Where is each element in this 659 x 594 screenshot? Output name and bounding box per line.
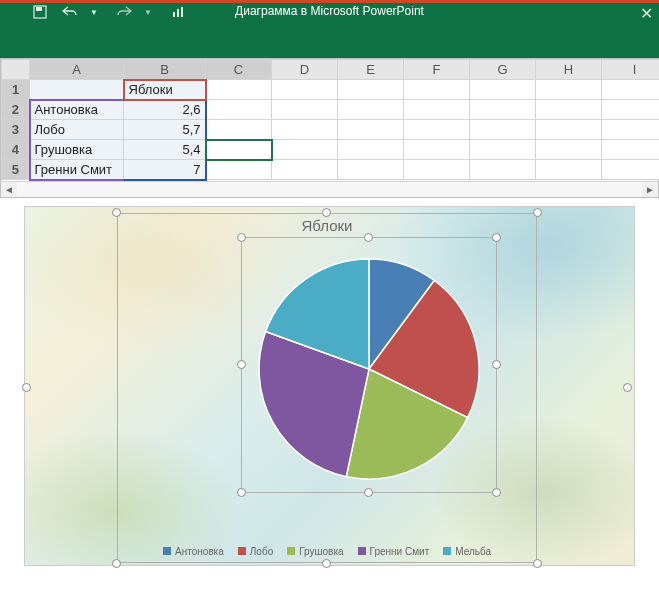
cell-B3[interactable]: 5,7 — [124, 120, 206, 140]
horizontal-scrollbar[interactable]: ◄ ► — [1, 181, 658, 197]
col-header[interactable]: I — [602, 60, 660, 80]
resize-handle[interactable] — [623, 383, 632, 392]
cell[interactable] — [404, 120, 470, 140]
save-icon[interactable] — [30, 2, 50, 22]
row-header[interactable]: 2 — [2, 100, 30, 120]
row-header[interactable]: 4 — [2, 140, 30, 160]
cell[interactable] — [272, 140, 338, 160]
cell[interactable] — [470, 140, 536, 160]
cell[interactable] — [338, 80, 404, 100]
row-header[interactable]: 1 — [2, 80, 30, 100]
legend-item[interactable]: Лобо — [238, 546, 273, 557]
cell[interactable] — [206, 120, 272, 140]
cell-A1[interactable] — [30, 80, 124, 100]
cell-B2[interactable]: 2,6 — [124, 100, 206, 120]
resize-handle[interactable] — [533, 208, 542, 217]
resize-handle[interactable] — [492, 360, 501, 369]
cell[interactable] — [470, 80, 536, 100]
cell-B1[interactable]: Яблоки — [124, 80, 206, 100]
resize-handle[interactable] — [112, 559, 121, 568]
resize-handle[interactable] — [364, 488, 373, 497]
slide-background[interactable]: Яблоки Антоновка Лобо Грушовка Гренни См… — [24, 206, 635, 566]
scroll-right-icon[interactable]: ► — [642, 181, 658, 197]
cell[interactable] — [602, 80, 660, 100]
cell[interactable] — [602, 140, 660, 160]
resize-handle[interactable] — [533, 559, 542, 568]
legend-item[interactable]: Мельба — [443, 546, 491, 557]
chart-selection-frame[interactable]: Яблоки Антоновка Лобо Грушовка Гренни См… — [117, 213, 537, 563]
col-header[interactable]: H — [536, 60, 602, 80]
cell-B5[interactable]: 7 — [124, 160, 206, 180]
cell-A2[interactable]: Антоновка — [30, 100, 124, 120]
redo-icon[interactable] — [114, 2, 134, 22]
cell[interactable] — [404, 80, 470, 100]
resize-handle[interactable] — [237, 233, 246, 242]
undo-icon[interactable] — [60, 2, 80, 22]
cell[interactable] — [470, 120, 536, 140]
cell-A3[interactable]: Лобо — [30, 120, 124, 140]
col-header[interactable]: G — [470, 60, 536, 80]
cell[interactable] — [404, 100, 470, 120]
resize-handle[interactable] — [237, 360, 246, 369]
col-header[interactable]: F — [404, 60, 470, 80]
cell[interactable] — [272, 100, 338, 120]
cell-A4[interactable]: Грушовка — [30, 140, 124, 160]
cell[interactable] — [470, 160, 536, 180]
resize-handle[interactable] — [112, 208, 121, 217]
scroll-track[interactable] — [17, 182, 642, 196]
cell[interactable] — [602, 120, 660, 140]
cell-C4-active[interactable] — [206, 140, 272, 160]
resize-handle[interactable] — [322, 208, 331, 217]
cell[interactable] — [536, 80, 602, 100]
chart-icon[interactable] — [168, 2, 188, 22]
resize-handle[interactable] — [322, 559, 331, 568]
col-header[interactable]: C — [206, 60, 272, 80]
cell[interactable] — [536, 120, 602, 140]
pie-chart[interactable] — [249, 249, 489, 489]
cell[interactable] — [338, 120, 404, 140]
table-row: 1 Яблоки — [2, 80, 660, 100]
undo-dropdown-icon[interactable]: ▼ — [84, 2, 104, 22]
cell[interactable] — [536, 160, 602, 180]
cell[interactable] — [272, 80, 338, 100]
resize-handle[interactable] — [237, 488, 246, 497]
cell-B4[interactable]: 5,4 — [124, 140, 206, 160]
resize-handle[interactable] — [492, 233, 501, 242]
cell[interactable] — [602, 160, 660, 180]
cell[interactable] — [470, 100, 536, 120]
legend-swatch — [443, 547, 451, 555]
cell[interactable] — [338, 100, 404, 120]
col-header[interactable]: D — [272, 60, 338, 80]
cell[interactable] — [338, 160, 404, 180]
resize-handle[interactable] — [364, 233, 373, 242]
resize-handle[interactable] — [22, 383, 31, 392]
cell-C1[interactable] — [206, 80, 272, 100]
redo-dropdown-icon[interactable]: ▼ — [138, 2, 158, 22]
col-header[interactable]: E — [338, 60, 404, 80]
select-all-cell[interactable] — [2, 60, 30, 80]
col-header[interactable]: A — [30, 60, 124, 80]
cell[interactable] — [404, 160, 470, 180]
legend-item[interactable]: Антоновка — [163, 546, 224, 557]
legend-swatch — [238, 547, 246, 555]
cell[interactable] — [536, 100, 602, 120]
close-icon[interactable]: ✕ — [640, 4, 653, 23]
cell[interactable] — [536, 140, 602, 160]
chart-legend[interactable]: Антоновка Лобо Грушовка Гренни Смит Мель… — [117, 546, 537, 557]
legend-item[interactable]: Гренни Смит — [358, 546, 430, 557]
spreadsheet[interactable]: A B C D E F G H I 1 Яблоки 2 Антоновка — [0, 58, 659, 198]
cell[interactable] — [206, 160, 272, 180]
cell[interactable] — [404, 140, 470, 160]
row-header[interactable]: 3 — [2, 120, 30, 140]
row-header[interactable]: 5 — [2, 160, 30, 180]
cell-A5[interactable]: Гренни Смит — [30, 160, 124, 180]
cell[interactable] — [272, 160, 338, 180]
col-header[interactable]: B — [124, 60, 206, 80]
scroll-left-icon[interactable]: ◄ — [1, 181, 17, 197]
cell[interactable] — [338, 140, 404, 160]
cell[interactable] — [206, 100, 272, 120]
cell[interactable] — [602, 100, 660, 120]
cell[interactable] — [272, 120, 338, 140]
resize-handle[interactable] — [492, 488, 501, 497]
legend-item[interactable]: Грушовка — [287, 546, 343, 557]
